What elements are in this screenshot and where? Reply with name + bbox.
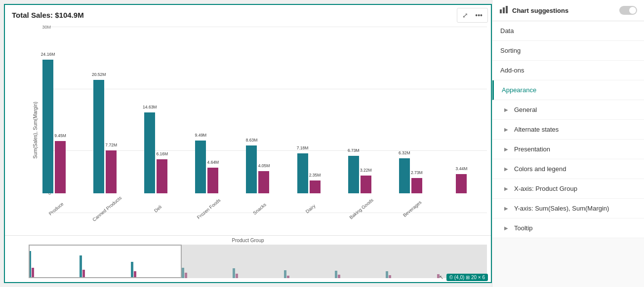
- mini-chart-label: Product Group: [232, 238, 264, 243]
- sales-bar[interactable]: 6.73M: [348, 156, 359, 193]
- menu-item-colors-legend[interactable]: ▶ Colors and legend: [492, 159, 644, 179]
- sales-bar-label: 8.63M: [246, 138, 258, 143]
- scroll-selected-region[interactable]: [29, 245, 182, 278]
- margin-bar[interactable]: 7.72M: [106, 150, 117, 193]
- menu-label-general: General: [514, 106, 537, 113]
- sales-bar[interactable]: 14.63M: [144, 112, 155, 193]
- cursor-position: ↖: [439, 274, 443, 281]
- arrow-icon-general: ▶: [504, 107, 508, 112]
- margin-bar[interactable]: 6.16M: [157, 159, 167, 193]
- sales-bar-label: 20.52M: [92, 72, 106, 77]
- menu-item-presentation[interactable]: ▶ Presentation: [492, 140, 644, 159]
- panel-header: Chart suggestions: [492, 0, 644, 21]
- menu-item-addons[interactable]: Add-ons: [492, 61, 644, 80]
- sales-bar-label: 14.63M: [143, 105, 157, 109]
- arrow-icon-colors-legend: ▶: [504, 166, 508, 172]
- scroll-overlay: [29, 245, 487, 278]
- menu-item-x-axis[interactable]: ▶ X-axis: Product Group: [492, 179, 644, 199]
- menu-item-y-axis[interactable]: ▶ Y-axis: Sum(Sales), Sum(Margin): [492, 199, 644, 218]
- svg-rect-0: [500, 9, 502, 13]
- bar-group: 6.32M2.73MBeverages: [385, 27, 436, 193]
- status-badge: © (4,0) ⊞ 20 × 6: [446, 274, 488, 281]
- menu-item-alternate-states[interactable]: ▶ Alternate states: [492, 120, 644, 140]
- chart-main: Sum(Sales), Sum(Margin) 30M 20M 10M 0 24…: [5, 27, 491, 233]
- margin-bar-label: 2.35M: [309, 173, 321, 178]
- chart-title: Total Sales: $104.9M: [12, 11, 84, 19]
- menu-item-appearance[interactable]: Appearance: [492, 80, 644, 100]
- mini-chart: Product Group: [5, 235, 491, 282]
- chart-toolbar: ⤢ •••: [457, 8, 488, 23]
- margin-bar-label: 3.44M: [456, 166, 468, 171]
- bar-group: 8.63M4.05MSnacks: [232, 27, 283, 193]
- expand-button[interactable]: ⤢: [460, 10, 470, 20]
- margin-bar[interactable]: 4.64M: [207, 168, 218, 193]
- sales-bar[interactable]: 6.32M: [399, 158, 410, 193]
- menu-label-tooltip: Tooltip: [514, 224, 533, 232]
- margin-bar[interactable]: 3.22M: [361, 176, 371, 193]
- arrow-icon-presentation: ▶: [504, 146, 508, 152]
- margin-bar-label: 2.73M: [411, 170, 423, 175]
- menu-label-data: Data: [500, 27, 514, 35]
- sales-bar-label: 9.49M: [195, 133, 207, 138]
- svg-rect-2: [506, 6, 508, 13]
- margin-bar[interactable]: 9.45M: [55, 141, 66, 193]
- grid-size-text: ⊞ 20 × 6: [466, 275, 485, 280]
- right-panel: Chart suggestions Data Sorting Add-ons A…: [492, 0, 644, 287]
- bar-group: 7.18M2.35MDairy: [283, 27, 334, 193]
- menu-item-data[interactable]: Data: [492, 21, 644, 41]
- sales-bar[interactable]: 20.52M: [93, 80, 104, 194]
- margin-bar-label: 7.72M: [105, 143, 117, 147]
- sales-bar-label: 24.16M: [41, 52, 55, 57]
- x-axis-label: Beverages: [402, 199, 423, 218]
- margin-bar[interactable]: 3.44M: [456, 174, 467, 193]
- x-axis-label: Produce: [47, 201, 64, 216]
- menu-item-tooltip[interactable]: ▶ Tooltip: [492, 218, 644, 238]
- x-axis-label: Deli: [153, 204, 162, 214]
- arrow-icon-x-axis: ▶: [504, 186, 508, 191]
- menu-label-x-axis: X-axis: Product Group: [514, 185, 577, 192]
- sales-bar-label: 6.32M: [399, 150, 410, 155]
- menu-label-alternate-states: Alternate states: [514, 126, 559, 133]
- bars-container: 24.16M9.45MProduce20.52M7.72MCanned Prod…: [29, 27, 487, 193]
- x-axis-label: Baking Goods: [348, 197, 374, 220]
- more-options-button[interactable]: •••: [473, 10, 484, 20]
- menu-label-addons: Add-ons: [500, 67, 524, 74]
- x-axis-label: Snacks: [252, 202, 267, 215]
- sales-bar-label: 6.73M: [348, 148, 360, 153]
- margin-bar[interactable]: 4.05M: [258, 171, 269, 193]
- margin-bar-label: 6.16M: [156, 151, 168, 156]
- bar-group: 3.44M: [436, 27, 487, 193]
- sales-bar[interactable]: 8.63M: [246, 145, 257, 193]
- menu-label-appearance: Appearance: [502, 86, 536, 94]
- menu-label-presentation: Presentation: [514, 145, 550, 153]
- margin-bar-label: 3.22M: [360, 168, 372, 173]
- grid-line-bottom: [51, 213, 487, 213]
- chart-suggestions-icon: [499, 5, 508, 16]
- menu-item-general[interactable]: ▶ General: [492, 100, 644, 120]
- bar-group: 20.52M7.72MCanned Products: [80, 27, 130, 193]
- sales-bar[interactable]: 24.16M: [42, 60, 53, 193]
- chart-plot: 30M 20M 10M 0 24.16M9.45MProduce20.52M7.…: [29, 27, 487, 213]
- arrow-icon-y-axis: ▶: [504, 206, 508, 211]
- svg-rect-1: [503, 7, 505, 13]
- coordinates-text: © (4,0): [449, 275, 465, 280]
- menu-item-sorting[interactable]: Sorting: [492, 41, 644, 61]
- sales-bar-label: 7.18M: [297, 145, 309, 150]
- bar-group: 9.49M4.64MFrozen Foods: [181, 27, 232, 193]
- chart-container: ⤢ ••• Total Sales: $104.9M Sum(Sales), S…: [4, 4, 492, 283]
- bar-group: 14.63M6.16MDeli: [130, 27, 181, 193]
- margin-bar[interactable]: 2.35M: [310, 180, 321, 193]
- menu-label-sorting: Sorting: [500, 47, 521, 54]
- margin-bar-label: 9.45M: [54, 133, 66, 138]
- bar-group: 6.73M3.22MBaking Goods: [334, 27, 385, 193]
- sales-bar[interactable]: 9.49M: [195, 141, 206, 193]
- panel-title: Chart suggestions: [512, 7, 615, 14]
- scroll-unselected-region: [182, 245, 487, 278]
- x-axis-label: Frozen Foods: [196, 197, 221, 220]
- chart-suggestions-toggle[interactable]: [619, 6, 637, 15]
- sales-bar[interactable]: 7.18M: [297, 153, 308, 193]
- x-axis-label: Canned Products: [91, 195, 122, 222]
- menu-label-y-axis: Y-axis: Sum(Sales), Sum(Margin): [514, 205, 609, 212]
- bar-group: 24.16M9.45MProduce: [29, 27, 80, 193]
- margin-bar[interactable]: 2.73M: [411, 178, 422, 193]
